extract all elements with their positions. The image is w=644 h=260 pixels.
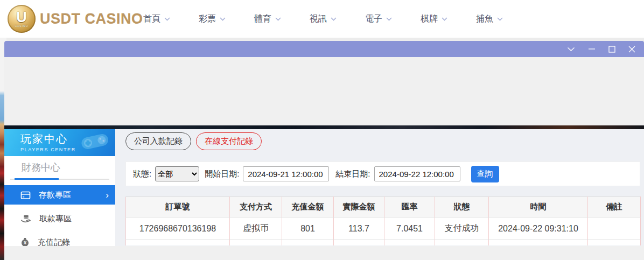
nav-item-sports[interactable]: 體育 — [254, 13, 281, 25]
maximize-icon[interactable] — [608, 46, 615, 53]
logo-ball-icon: U CASINO — [8, 5, 36, 33]
tab-company-deposit-records[interactable]: 公司入款記錄 — [125, 132, 191, 150]
svg-text:¥: ¥ — [24, 240, 26, 245]
cell-actual-amount: 113.7 — [334, 217, 384, 240]
window-titlebar — [4, 41, 644, 57]
site-header: U CASINO USDT CASINO 首頁 彩票 體育 視訊 — [0, 0, 644, 38]
window-body — [4, 57, 644, 125]
cell-recharge-amount: 801 — [282, 217, 334, 240]
close-icon[interactable] — [628, 46, 635, 53]
nav-item-live[interactable]: 視訊 — [310, 13, 337, 25]
main-content: 公司入款記錄 在線支付記錄 狀態: 全部 開始日期: 結束日期: 查詢 — [115, 129, 644, 246]
end-date-label: 結束日期: — [335, 169, 370, 179]
cell-order-number: 1726968670136198 — [126, 217, 230, 240]
nav-item-fishing[interactable]: 捕魚 — [476, 13, 503, 25]
sidebar-item-recharge-records[interactable]: ¥ 充值記錄 — [4, 233, 115, 246]
chevron-down-icon — [164, 17, 170, 21]
col-exchange-rate: 匯率 — [384, 197, 435, 217]
cell-status: 支付成功 — [435, 217, 489, 240]
sidebar-header: 玩家中心 PLAYERS CENTER — [4, 129, 115, 156]
tab-online-payment-records[interactable]: 在線支付記錄 — [196, 132, 262, 150]
logo-badge: CASINO — [15, 24, 28, 27]
table-header-row: 訂單號 支付方式 充值金額 實際金額 匯率 狀態 時間 備註 — [126, 197, 641, 217]
sidebar-item-label: 取款專區 — [39, 214, 72, 224]
cell-time: 2024-09-22 09:31:10 — [489, 217, 588, 240]
sidebar-section-title: 財務中心 — [22, 161, 115, 173]
records-table: 訂單號 支付方式 充值金額 實際金額 匯率 狀態 時間 備註 172696867 — [125, 196, 641, 245]
start-date-input[interactable] — [243, 166, 329, 181]
chevron-down-icon — [220, 17, 226, 21]
collapse-icon[interactable] — [567, 47, 575, 52]
player-center-window: 玩家中心 PLAYERS CENTER 財務中心 — [4, 41, 644, 260]
nav-item-lottery[interactable]: 彩票 — [199, 13, 226, 25]
sidebar-item-label: 存款專區 — [39, 190, 71, 200]
sidebar-menu: 存款專區 › 取款專區 — [4, 185, 115, 246]
sidebar-item-label: 充值記錄 — [38, 237, 70, 247]
nav-item-board-games[interactable]: 棋牌 — [421, 13, 447, 25]
banner-strip — [4, 125, 644, 129]
nav-item-label: 體育 — [254, 13, 271, 25]
filter-panel: 狀態: 全部 開始日期: 結束日期: 查詢 — [125, 161, 640, 186]
footer-strip — [4, 246, 644, 260]
nav-item-label: 首頁 — [143, 13, 160, 25]
window-content: 玩家中心 PLAYERS CENTER 財務中心 — [4, 129, 644, 246]
page: U CASINO USDT CASINO 首頁 彩票 體育 視訊 — [0, 0, 644, 260]
chevron-down-icon — [386, 17, 392, 21]
record-tabs: 公司入款記錄 在線支付記錄 — [125, 132, 644, 150]
main-nav: 首頁 彩票 體育 視訊 電子 棋牌 — [143, 0, 503, 38]
minimize-icon[interactable] — [588, 48, 596, 50]
nav-item-slots[interactable]: 電子 — [365, 13, 392, 25]
end-date-input[interactable] — [374, 166, 460, 181]
cell-payment-method: 虚拟币 — [230, 217, 282, 240]
hand-coins-icon — [20, 214, 31, 223]
nav-item-label: 視訊 — [310, 13, 327, 25]
logo[interactable]: U CASINO USDT CASINO — [8, 5, 143, 33]
chevron-down-icon — [275, 17, 281, 21]
deposit-card-icon — [20, 190, 31, 200]
money-bag-icon: ¥ — [20, 237, 30, 247]
logo-letter: U — [16, 10, 27, 24]
col-status: 狀態 — [435, 197, 489, 217]
sidebar-item-withdraw[interactable]: 取款專區 — [4, 209, 115, 228]
search-button[interactable]: 查詢 — [471, 166, 499, 182]
nav-item-label: 棋牌 — [421, 13, 438, 25]
col-order-number: 訂單號 — [126, 197, 230, 217]
sidebar-item-deposit[interactable]: 存款專區 › — [4, 185, 115, 205]
start-date-label: 開始日期: — [205, 169, 239, 179]
chevron-right-icon: › — [106, 191, 109, 200]
status-select[interactable]: 全部 — [155, 166, 199, 181]
table-row: 1726968670136198 虚拟币 801 113.7 7.0451 支付… — [126, 217, 641, 240]
sidebar: 玩家中心 PLAYERS CENTER 財務中心 — [4, 129, 115, 246]
col-time: 時間 — [489, 197, 588, 217]
nav-item-label: 彩票 — [199, 13, 216, 25]
table-row-partial — [126, 240, 641, 245]
col-payment-method: 支付方式 — [230, 197, 282, 217]
col-actual-amount: 實際金額 — [334, 197, 384, 217]
col-remark: 備註 — [588, 197, 641, 217]
chevron-down-icon — [497, 17, 503, 21]
col-recharge-amount: 充值金額 — [282, 197, 334, 217]
status-label: 狀態: — [133, 169, 151, 179]
chevron-down-icon — [331, 17, 337, 21]
nav-item-home[interactable]: 首頁 — [143, 13, 170, 25]
cell-remark — [588, 217, 641, 240]
cell-exchange-rate: 7.0451 — [384, 217, 435, 240]
sidebar-divider — [10, 179, 109, 180]
nav-item-label: 電子 — [365, 13, 382, 25]
logo-text: USDT CASINO — [40, 11, 143, 27]
nav-item-label: 捕魚 — [476, 13, 493, 25]
chevron-down-icon — [442, 17, 447, 21]
